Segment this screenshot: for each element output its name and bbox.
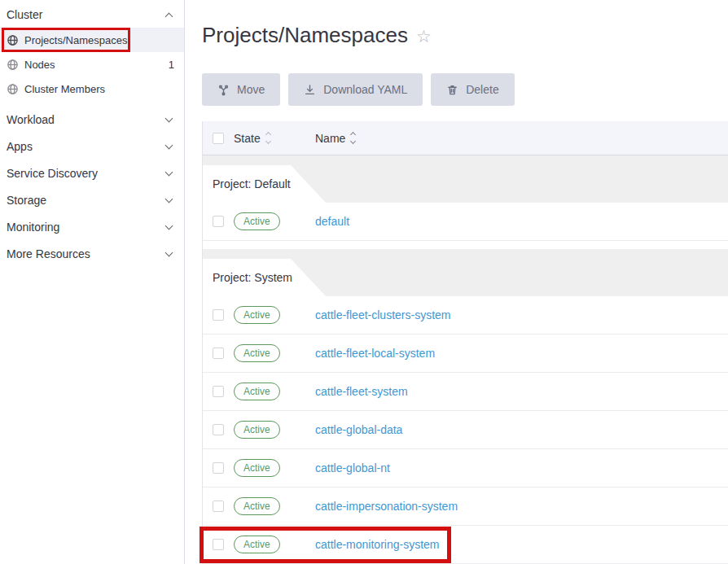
group-tab: Project: System: [203, 259, 333, 296]
group-label: Project: System: [213, 271, 292, 284]
status-badge: Active: [234, 459, 280, 476]
page-header: Projects/Namespaces ☆: [202, 23, 728, 48]
sidebar-section-label: Service Discovery: [7, 167, 98, 180]
sidebar-section-workload[interactable]: Workload: [0, 106, 184, 133]
sidebar-section-monitoring[interactable]: Monitoring: [0, 213, 184, 240]
toolbar: Move Download YAML Delete: [202, 73, 728, 106]
sidebar-section-storage[interactable]: Storage: [0, 186, 184, 213]
namespaces-table: State Name Project: Default Active defau…: [202, 121, 728, 564]
table-row-highlighted: Active cattle-monitoring-system: [203, 526, 728, 564]
row-checkbox[interactable]: [213, 424, 224, 435]
namespace-link[interactable]: cattle-fleet-system: [315, 385, 408, 398]
trash-icon: [446, 84, 458, 96]
group-tab: Project: Default: [203, 165, 333, 203]
table-row: Active cattle-impersonation-system: [203, 487, 728, 526]
fork-icon: [217, 84, 230, 96]
sidebar: Cluster Projects/Namespaces Nodes 1 Clus…: [0, 0, 185, 564]
row-checkbox[interactable]: [213, 539, 224, 550]
chevron-down-icon: [165, 114, 173, 122]
table-row: Active cattle-global-data: [203, 411, 728, 449]
sidebar-section-label: Apps: [7, 140, 33, 153]
row-checkbox[interactable]: [213, 501, 224, 512]
namespace-link[interactable]: cattle-fleet-local-system: [315, 347, 435, 360]
chevron-down-icon: [165, 248, 173, 256]
status-badge: Active: [234, 383, 280, 400]
sidebar-section-label: More Resources: [7, 247, 90, 260]
globe-icon: [7, 83, 19, 95]
namespace-link[interactable]: cattle-global-nt: [315, 461, 390, 474]
sidebar-item-label: Cluster Members: [24, 83, 105, 95]
delete-button[interactable]: Delete: [431, 73, 514, 106]
select-all-checkbox[interactable]: [213, 133, 224, 144]
row-checkbox[interactable]: [213, 386, 224, 397]
column-label: State: [234, 132, 261, 145]
namespace-link[interactable]: cattle-monitoring-system: [315, 538, 440, 551]
sort-icon: [351, 133, 355, 143]
sidebar-item-projects-namespaces[interactable]: Projects/Namespaces: [0, 28, 184, 52]
sidebar-item-label: Nodes: [24, 59, 55, 71]
sidebar-section-cluster[interactable]: Cluster: [0, 0, 184, 28]
table-row: Active default: [203, 203, 728, 241]
chevron-down-icon: [165, 221, 173, 230]
sidebar-section-label: Monitoring: [7, 221, 59, 234]
sidebar-item-label: Projects/Namespaces: [24, 34, 127, 46]
table-row: Active cattle-fleet-system: [203, 373, 728, 411]
namespace-link[interactable]: default: [315, 215, 349, 228]
namespace-link[interactable]: cattle-global-data: [315, 423, 402, 436]
download-yaml-button[interactable]: Download YAML: [288, 73, 423, 106]
favorite-star-icon[interactable]: ☆: [416, 27, 432, 46]
globe-icon: [7, 34, 19, 46]
status-badge: Active: [234, 212, 280, 230]
group-row-default: Project: Default: [203, 155, 728, 203]
globe-icon: [7, 59, 19, 71]
group-label: Project: Default: [213, 177, 291, 190]
status-badge: Active: [234, 536, 280, 553]
chevron-down-icon: [165, 141, 173, 149]
item-count-badge: 1: [169, 59, 174, 71]
namespace-link[interactable]: cattle-impersonation-system: [315, 500, 458, 513]
main-content: Projects/Namespaces ☆ Move Download YAML…: [186, 0, 728, 564]
status-badge: Active: [234, 344, 280, 361]
sidebar-section-label: Storage: [7, 194, 46, 207]
chevron-down-icon: [165, 195, 173, 203]
status-badge: Active: [234, 421, 280, 438]
column-header-state[interactable]: State: [234, 132, 270, 145]
chevron-down-icon: [165, 168, 173, 176]
row-checkbox[interactable]: [213, 462, 224, 474]
status-badge: Active: [234, 306, 280, 323]
button-label: Move: [237, 83, 265, 96]
button-label: Delete: [466, 83, 498, 96]
sidebar-section-service-discovery[interactable]: Service Discovery: [0, 160, 184, 186]
chevron-up-icon: [165, 12, 173, 20]
table-row: Active cattle-fleet-local-system: [203, 334, 728, 373]
sidebar-item-cluster-members[interactable]: Cluster Members: [0, 77, 184, 101]
row-checkbox[interactable]: [213, 309, 224, 321]
section-spacer: [203, 241, 728, 249]
table-header-row: State Name: [203, 121, 728, 155]
page-title: Projects/Namespaces: [202, 23, 408, 48]
sort-icon: [266, 133, 270, 143]
download-icon: [304, 84, 316, 96]
column-label: Name: [315, 132, 345, 145]
row-checkbox[interactable]: [213, 348, 224, 359]
table-row: Active cattle-fleet-clusters-system: [203, 296, 728, 334]
row-checkbox[interactable]: [213, 216, 224, 227]
column-header-name[interactable]: Name: [315, 132, 355, 145]
sidebar-section-more-resources[interactable]: More Resources: [0, 240, 184, 267]
sidebar-section-apps[interactable]: Apps: [0, 133, 184, 160]
table-row: Active cattle-global-nt: [203, 449, 728, 487]
namespace-link[interactable]: cattle-fleet-clusters-system: [315, 308, 450, 321]
sidebar-section-label: Cluster: [7, 8, 42, 21]
move-button[interactable]: Move: [202, 73, 280, 106]
button-label: Download YAML: [323, 83, 407, 96]
group-row-system: Project: System: [203, 249, 728, 296]
sidebar-section-label: Workload: [7, 113, 55, 126]
sidebar-item-nodes[interactable]: Nodes 1: [0, 52, 184, 77]
status-badge: Active: [234, 497, 280, 514]
